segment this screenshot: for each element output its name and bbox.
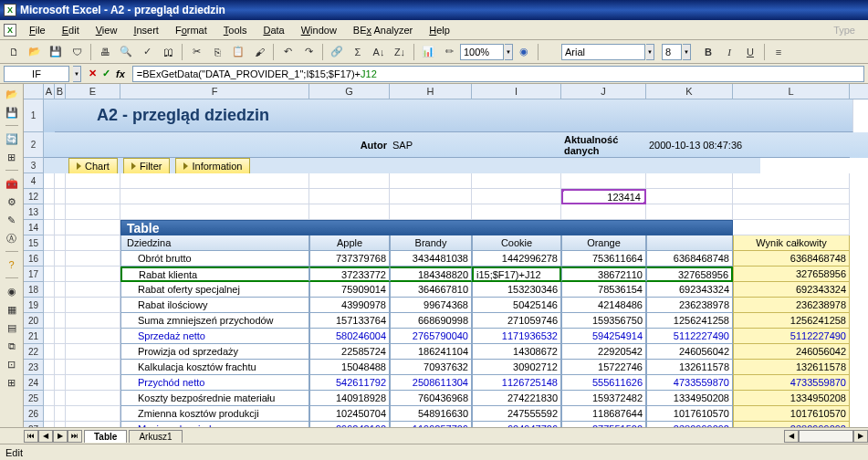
cell[interactable] xyxy=(66,406,120,422)
tab-last-icon[interactable]: ⏭ xyxy=(68,430,82,443)
sort-asc-icon[interactable]: A↓ xyxy=(369,42,389,62)
table-cell[interactable]: 38672110 xyxy=(561,267,646,282)
cell[interactable] xyxy=(390,189,472,204)
cell[interactable] xyxy=(309,189,390,204)
cell[interactable] xyxy=(66,282,120,298)
cell[interactable] xyxy=(120,132,309,158)
row-header[interactable]: 16 xyxy=(24,251,44,267)
menu-format[interactable]: Format xyxy=(168,23,214,37)
save-icon[interactable]: 💾 xyxy=(46,42,66,62)
cell[interactable] xyxy=(66,298,120,313)
bex-planning-icon[interactable]: ⊡ xyxy=(4,356,20,372)
row-header[interactable]: 19 xyxy=(24,298,44,313)
table-total-cell[interactable]: 6368468748 xyxy=(733,251,850,267)
cell[interactable] xyxy=(55,220,66,235)
hyperlink-icon[interactable]: 🔗 xyxy=(327,42,347,62)
cell[interactable] xyxy=(390,173,472,189)
table-cell[interactable]: 277551500 xyxy=(561,422,646,427)
table-total-cell[interactable]: 1256241258 xyxy=(733,313,850,329)
table-cell[interactable]: 75909014 xyxy=(309,282,390,298)
table-total-cell[interactable]: 132611578 xyxy=(733,360,850,375)
col-header[interactable]: L xyxy=(733,84,850,99)
table-total-cell[interactable]: 5112227490 xyxy=(733,329,850,344)
cell[interactable] xyxy=(66,344,120,360)
table-cell[interactable]: 37233772 xyxy=(309,267,390,282)
table-cell[interactable]: 760436968 xyxy=(390,391,472,406)
cell[interactable] xyxy=(66,220,120,235)
table-cell[interactable]: 1017610570 xyxy=(646,406,733,422)
active-cell[interactable]: i15;$F17)+J12 xyxy=(472,267,561,282)
row-header[interactable]: 12 xyxy=(24,189,44,204)
cell[interactable] xyxy=(66,391,120,406)
cell[interactable] xyxy=(55,282,66,298)
table-cell[interactable]: 236238978 xyxy=(646,298,733,313)
col-header[interactable]: G xyxy=(309,84,390,99)
cell[interactable] xyxy=(55,329,66,344)
cell[interactable] xyxy=(55,313,66,329)
tab-prev-icon[interactable]: ◀ xyxy=(38,430,53,443)
bold-button[interactable]: B xyxy=(698,42,718,62)
cell[interactable] xyxy=(55,344,66,360)
formula-input[interactable]: =BExGetData("DATA_PROVIDER_1";I$15;$F17)… xyxy=(132,66,864,82)
table-cell[interactable]: 4733559870 xyxy=(646,375,733,391)
bex-filter-icon[interactable]: ⧉ xyxy=(4,338,20,354)
table-cell[interactable]: 157133764 xyxy=(309,313,390,329)
table-cell[interactable]: 30902712 xyxy=(472,360,561,375)
table-total-cell[interactable]: 1017610570 xyxy=(733,406,850,422)
table-cell[interactable]: 159372482 xyxy=(561,391,646,406)
cell[interactable] xyxy=(66,251,120,267)
cell[interactable] xyxy=(44,422,55,427)
row-header[interactable]: 20 xyxy=(24,313,44,329)
cell[interactable] xyxy=(44,391,55,406)
preview-icon[interactable]: 🔍 xyxy=(116,42,136,62)
filter-button[interactable]: Filter xyxy=(123,158,170,173)
table-cell[interactable]: 99674368 xyxy=(390,298,472,313)
row-header[interactable]: 21 xyxy=(24,329,44,344)
bex-refresh-icon[interactable]: 🔄 xyxy=(4,131,20,147)
cell[interactable] xyxy=(44,251,55,267)
cell[interactable] xyxy=(120,189,309,204)
cell[interactable] xyxy=(733,173,850,189)
cell[interactable] xyxy=(44,132,55,158)
cell[interactable] xyxy=(390,204,472,220)
print-icon[interactable]: 🖶 xyxy=(95,42,115,62)
bex-settings-icon[interactable]: ⚙ xyxy=(4,193,20,210)
row-header[interactable]: 27 xyxy=(24,422,44,427)
menu-window[interactable]: Window xyxy=(294,23,344,37)
table-cell[interactable]: 70937632 xyxy=(390,360,472,375)
col-header[interactable]: E xyxy=(66,84,120,99)
table-cell[interactable]: 43990978 xyxy=(309,298,390,313)
cell[interactable] xyxy=(55,422,66,427)
font-dropdown-icon[interactable]: ▼ xyxy=(646,44,654,60)
col-header[interactable]: J xyxy=(561,84,646,99)
cell[interactable] xyxy=(55,406,66,422)
hscroll-right-icon[interactable]: ▶ xyxy=(853,430,868,443)
cell[interactable] xyxy=(44,99,55,132)
table-cell[interactable]: 247555592 xyxy=(472,406,561,422)
cell[interactable] xyxy=(44,344,55,360)
table-cell[interactable]: 604947726 xyxy=(472,422,561,427)
cut-icon[interactable]: ✂ xyxy=(186,42,206,62)
table-cell[interactable]: 153230346 xyxy=(472,282,561,298)
cell[interactable] xyxy=(646,204,733,220)
enter-formula-icon[interactable]: ✓ xyxy=(102,68,110,79)
sort-desc-icon[interactable]: Z↓ xyxy=(390,42,410,62)
cell[interactable] xyxy=(44,204,55,220)
table-cell[interactable]: 327658956 xyxy=(646,267,733,282)
table-cell[interactable]: 2380999092 xyxy=(646,422,733,427)
research-icon[interactable]: 🕮 xyxy=(158,42,178,62)
cell[interactable] xyxy=(44,406,55,422)
row-header[interactable]: 1 xyxy=(24,99,44,132)
cell[interactable] xyxy=(66,235,120,251)
row-header[interactable]: 25 xyxy=(24,391,44,406)
menu-insert[interactable]: Insert xyxy=(126,23,166,37)
cell[interactable] xyxy=(66,267,120,282)
table-cell[interactable]: 6368468748 xyxy=(646,251,733,267)
tab-next-icon[interactable]: ▶ xyxy=(53,430,68,443)
cell[interactable] xyxy=(44,298,55,313)
table-cell[interactable]: 753611664 xyxy=(561,251,646,267)
table-cell[interactable]: 548916630 xyxy=(390,406,472,422)
cell[interactable] xyxy=(44,189,55,204)
table-cell[interactable]: 15048488 xyxy=(309,360,390,375)
table-total-cell[interactable]: 692343324 xyxy=(733,282,850,298)
